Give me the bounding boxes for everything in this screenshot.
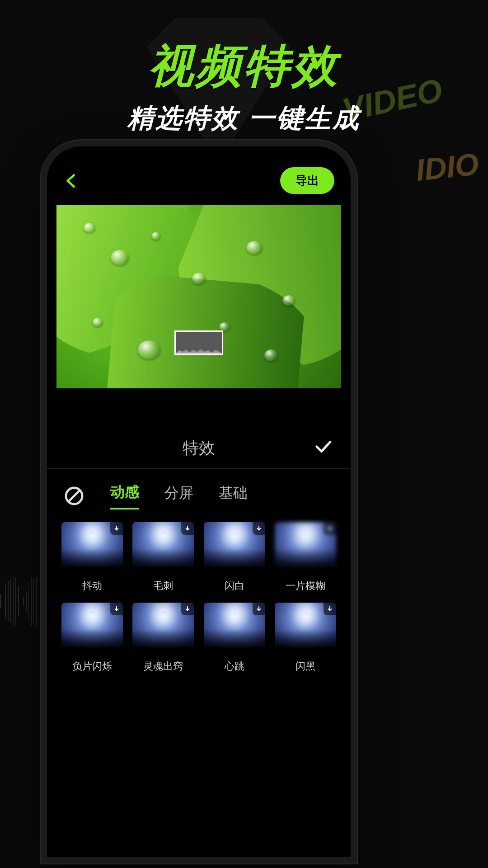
effect-label: 毛刺	[153, 579, 173, 593]
effect-thumbnail	[61, 522, 123, 574]
effect-thumbnail	[275, 603, 336, 654]
timeline-marker[interactable]	[174, 330, 223, 355]
effect-thumbnail	[132, 522, 194, 574]
download-icon	[181, 603, 194, 615]
tab-2[interactable]: 基础	[219, 483, 248, 509]
effect-thumbnail	[61, 603, 123, 654]
phone-frame: 导出 特效 动感分屏基	[41, 140, 357, 863]
effect-item[interactable]: 灵魂出窍	[132, 603, 195, 673]
tab-1[interactable]: 分屏	[164, 483, 193, 509]
hero-subtitle: 精选特效 一键生成	[0, 101, 488, 136]
effect-label: 灵魂出窍	[143, 660, 183, 673]
effect-item[interactable]: 负片闪烁	[61, 603, 124, 673]
effect-tabs: 动感分屏基础	[47, 469, 351, 509]
effect-label: 闪黑	[296, 660, 315, 673]
hero-title: 视频特效	[0, 36, 488, 97]
confirm-icon[interactable]	[314, 437, 333, 456]
none-effect-icon[interactable]	[63, 485, 85, 507]
video-preview[interactable]	[56, 205, 341, 388]
panel-header: 特效	[47, 437, 351, 469]
download-icon	[181, 522, 194, 535]
effect-label: 一片模糊	[286, 579, 325, 593]
panel-title: 特效	[183, 437, 215, 459]
effect-item[interactable]: 闪黑	[274, 603, 338, 673]
effect-item[interactable]: 心跳	[203, 603, 266, 673]
download-icon	[253, 522, 265, 535]
effect-item[interactable]: 一片模糊	[274, 522, 338, 593]
effect-thumbnail	[132, 603, 194, 654]
back-icon[interactable]	[63, 172, 80, 189]
effect-item[interactable]: 抖动	[61, 522, 124, 593]
download-icon	[253, 603, 265, 615]
bg-idio-text: IDIO	[414, 146, 481, 188]
effect-label: 闪白	[225, 579, 244, 593]
effect-thumbnail	[204, 522, 265, 574]
app-screen: 导出 特效 动感分屏基	[47, 146, 351, 857]
download-icon	[324, 603, 336, 615]
effect-item[interactable]: 闪白	[203, 522, 266, 593]
top-bar: 导出	[47, 162, 351, 205]
effect-thumbnail	[275, 522, 336, 574]
effect-thumbnail	[204, 603, 265, 654]
effect-label: 心跳	[225, 660, 244, 673]
download-icon	[324, 522, 336, 535]
download-icon	[110, 603, 123, 615]
svg-line-1	[68, 490, 80, 502]
effect-label: 抖动	[82, 579, 102, 593]
export-button[interactable]: 导出	[280, 167, 334, 194]
effects-grid: 抖动毛刺闪白一片模糊负片闪烁灵魂出窍心跳闪黑	[47, 509, 351, 686]
download-icon	[110, 522, 123, 535]
effect-label: 负片闪烁	[72, 660, 112, 673]
tab-0[interactable]: 动感	[110, 482, 139, 509]
effect-item[interactable]: 毛刺	[132, 522, 195, 593]
